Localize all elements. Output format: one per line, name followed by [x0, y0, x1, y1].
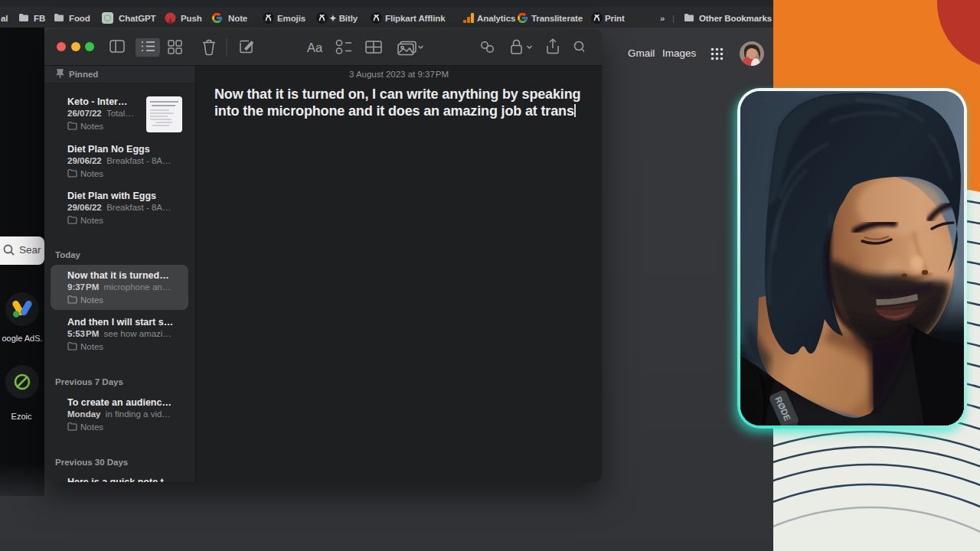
svg-text:Aa: Aa [307, 41, 323, 54]
